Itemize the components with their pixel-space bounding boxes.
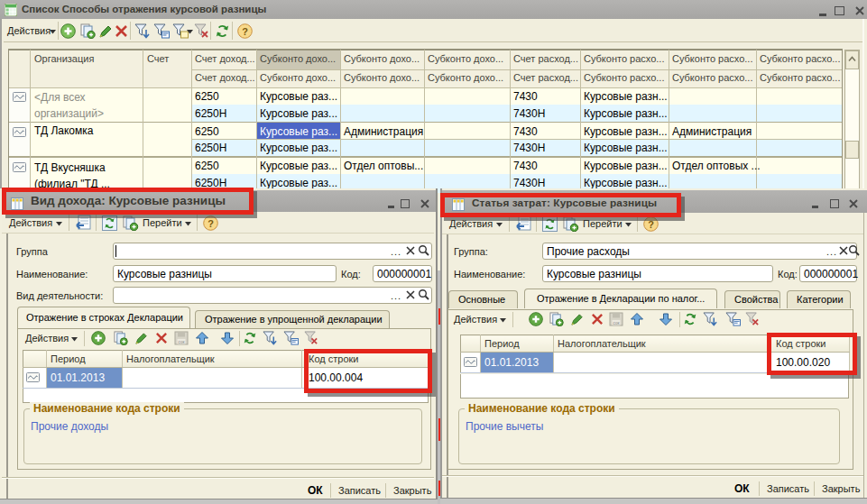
svg-text:?: ? <box>648 219 654 230</box>
svg-text:?: ? <box>208 218 214 229</box>
svg-text:сок: сок <box>179 340 185 344</box>
svg-text:сок: сок <box>613 321 620 325</box>
